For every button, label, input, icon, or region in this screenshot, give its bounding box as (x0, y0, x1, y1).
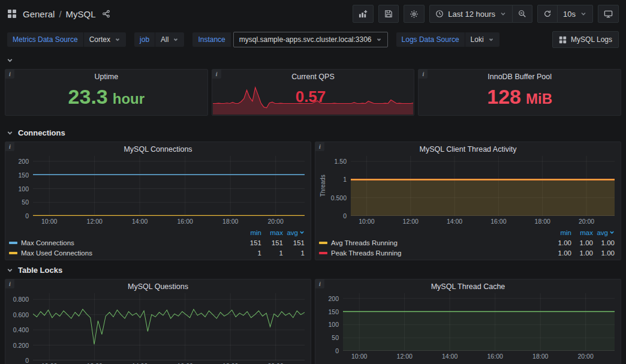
panel-title[interactable]: MySQL Connections (5, 142, 311, 154)
legend-sort-avg[interactable]: avg (593, 229, 615, 236)
legend-series-name[interactable]: Avg Threads Running (331, 239, 398, 246)
variable-value: All (161, 35, 168, 44)
panel-info-icon[interactable]: i (5, 70, 14, 79)
breadcrumb-page[interactable]: MySQL (66, 9, 96, 19)
variable-label: Logs Data Source (396, 32, 465, 47)
series-color-swatch[interactable] (319, 242, 327, 244)
variable-value-dropdown[interactable]: Cortex (84, 32, 126, 47)
dashboards-grid-icon[interactable] (7, 9, 17, 19)
table-locks-charts-row: i MySQL Questions 00.2000.4000.6000.8001… (5, 279, 621, 364)
row-header-table-locks[interactable]: Table Locks (5, 261, 621, 279)
chart-plot-svg (33, 293, 305, 360)
row-collapse-toggle[interactable] (5, 55, 15, 69)
dashboard-settings-button[interactable] (404, 5, 425, 23)
legend-value-max: 1.00 (571, 239, 593, 246)
panel-uptime: i Uptime 23.3hour (5, 69, 208, 116)
series-fill (343, 312, 615, 351)
row-header-connections[interactable]: Connections (5, 124, 621, 142)
x-axis-tick-label: 20:00 (578, 353, 594, 360)
stat-number: 128 (487, 85, 521, 109)
plot[interactable] (351, 156, 615, 216)
variable-value: Loki (471, 35, 484, 44)
panel-mysql-client-thread-activity: i MySQL Client Thread Activity Threads00… (315, 142, 621, 260)
row-title: Table Locks (18, 266, 62, 275)
panel-info-icon[interactable]: i (5, 279, 14, 288)
y-axis-tick-label: 0 (343, 212, 347, 219)
variable-value-dropdown[interactable]: mysql.sample-apps.svc.cluster.local:3306 (233, 32, 388, 47)
legend-row: Max Connections151151151 (9, 237, 305, 248)
add-panel-button[interactable] (353, 5, 374, 23)
y-axis: 050100150200 (319, 293, 343, 351)
save-icon (384, 10, 393, 18)
navbar-left: General / MySQL (7, 9, 110, 19)
stat-value: 128MiB (419, 78, 621, 115)
legend-sort-min[interactable]: min (240, 229, 261, 236)
x-axis-tick-label: 14:00 (442, 353, 458, 360)
y-axis: 00.50011.50 (327, 156, 351, 216)
legend-sort-min[interactable]: min (550, 229, 571, 236)
plot[interactable] (33, 156, 305, 216)
panel-innodb-buffer-pool: i InnoDB Buffer Pool 128MiB (418, 69, 621, 116)
x-axis-tick-label: 12:00 (403, 218, 419, 225)
zoom-out-time-button[interactable] (512, 5, 532, 23)
mysql-logs-button[interactable]: MySQL Logs (552, 31, 619, 48)
variable-value-dropdown[interactable]: All (155, 32, 184, 47)
legend-sort-avg[interactable]: avg (283, 229, 305, 236)
series-fill (351, 179, 615, 216)
grafana-dashboard: General / MySQL (0, 0, 626, 364)
panel-info-icon[interactable]: i (419, 70, 428, 79)
y-axis-tick-label: 150 (18, 172, 29, 179)
x-axis: 10:0012:0014:0016:0018:0020:00 (343, 351, 615, 360)
y-axis-tick-label: 100 (18, 185, 29, 192)
breadcrumb-folder[interactable]: General (23, 9, 55, 19)
dashboard-submenu: Metrics Data Source Cortex job All Insta… (0, 28, 626, 54)
save-dashboard-button[interactable] (378, 5, 399, 23)
legend: minmaxavgAvg Threads Running1.001.001.00… (319, 225, 615, 259)
variable-label: Metrics Data Source (7, 32, 83, 47)
clock-icon (435, 10, 444, 18)
series-color-swatch[interactable] (319, 252, 327, 254)
refresh-group: 10s (537, 5, 593, 23)
cycle-view-mode-button[interactable] (598, 5, 619, 23)
panel-title[interactable]: MySQL Questions (5, 279, 311, 291)
y-axis-tick-label: 1.50 (335, 158, 347, 165)
refresh-button[interactable] (537, 5, 558, 23)
chart-body: 05010015020010:0012:0014:0016:0018:0020:… (315, 291, 621, 364)
legend-series-name[interactable]: Max Connections (21, 239, 74, 246)
legend-series-name[interactable]: Peak Threads Running (331, 249, 401, 257)
plot[interactable] (343, 293, 615, 351)
share-icon[interactable] (102, 10, 110, 18)
panel-mysql-connections: i MySQL Connections 05010015020010:0012:… (5, 142, 311, 260)
legend-value-avg: 1.00 (593, 239, 615, 246)
legend-value-max: 1 (261, 249, 283, 257)
navbar-right: Last 12 hours 10s (353, 5, 619, 23)
plot[interactable] (33, 293, 305, 360)
panel-title[interactable]: MySQL Thread Cache (315, 279, 621, 291)
chevron-down-icon (115, 37, 121, 43)
panel-info-icon[interactable]: i (315, 279, 324, 288)
x-axis-tick-label: 20:00 (579, 218, 594, 225)
legend-sort-max[interactable]: max (571, 229, 593, 236)
time-picker-button[interactable]: Last 12 hours (429, 5, 513, 23)
time-controls-group: Last 12 hours (429, 5, 532, 23)
panel-mysql-questions: i MySQL Questions 00.2000.4000.6000.8001… (5, 279, 311, 364)
panel-info-icon[interactable]: i (212, 70, 221, 79)
legend-series-name[interactable]: Max Used Connections (21, 249, 92, 257)
variable-value-dropdown[interactable]: Loki (465, 32, 499, 47)
panel-info-icon[interactable]: i (315, 142, 324, 151)
legend-row: Peak Threads Running1.001.001.00 (319, 248, 615, 258)
stat-value: 0.57 (212, 78, 414, 115)
series-color-swatch[interactable] (9, 242, 17, 244)
legend-value-avg: 1 (283, 249, 305, 257)
y-axis-tick-label: 0.400 (13, 326, 29, 333)
variable-value: Cortex (89, 35, 110, 44)
refresh-interval-dropdown[interactable]: 10s (557, 5, 593, 23)
legend-sort-max[interactable]: max (261, 229, 283, 236)
panel-title[interactable]: MySQL Client Thread Activity (315, 142, 621, 154)
refresh-interval-label: 10s (563, 10, 576, 19)
variable-job: job All (134, 32, 184, 47)
series-color-swatch[interactable] (9, 252, 17, 254)
panel-info-icon[interactable]: i (5, 142, 14, 151)
plot-area: Threads00.50011.50 (319, 156, 615, 216)
chart-plot-svg (343, 293, 615, 351)
